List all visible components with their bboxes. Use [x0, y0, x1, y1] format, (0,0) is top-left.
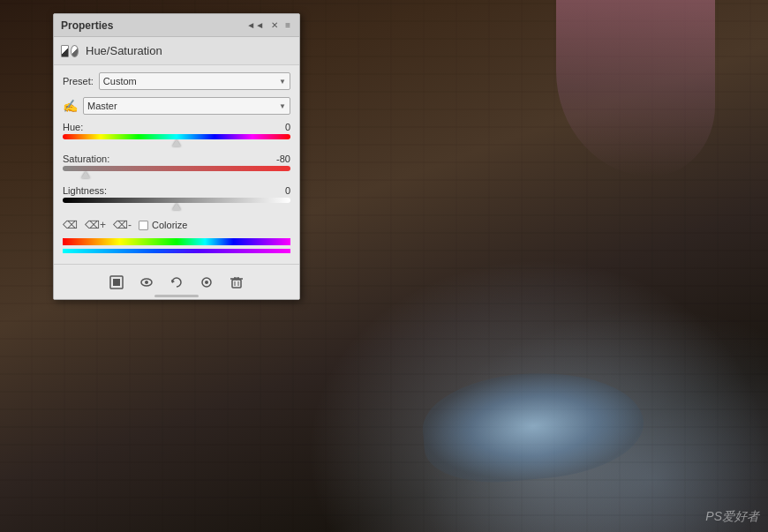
- adjustment-icons: [61, 44, 79, 58]
- preset-value: Custom: [103, 76, 137, 86]
- adjustment-header: Hue/Saturation: [54, 37, 299, 65]
- hue-value: 0: [285, 122, 290, 132]
- hue-thumb[interactable]: [172, 139, 181, 146]
- visibility-toggle-button[interactable]: [137, 273, 156, 292]
- lightness-thumb-container: [63, 203, 290, 212]
- figure-overlay: [556, 0, 715, 176]
- lightness-section: Lightness: 0: [63, 185, 290, 212]
- hue-section: Hue: 0: [63, 122, 290, 148]
- eyedropper-icon[interactable]: ⌫: [63, 219, 78, 231]
- spectrum-output-bar: [63, 249, 290, 253]
- reset-icon: [169, 275, 184, 289]
- channel-row: ✍ Master ▼: [63, 97, 290, 115]
- saturation-thumb-container: [63, 171, 290, 180]
- channel-value: Master: [87, 101, 117, 111]
- lightness-label: Lightness:: [63, 185, 107, 196]
- colorize-row: ⌫ ⌫+ ⌫- Colorize: [63, 219, 290, 231]
- spectrum-container: [63, 238, 290, 253]
- watermark: PS爱好者: [705, 509, 759, 525]
- panel-content: Preset: Custom ▼ ✍ Master ▼ Hue: 0: [54, 65, 299, 264]
- hand-tool-icon[interactable]: ✍: [63, 99, 78, 113]
- preset-dropdown-arrow: ▼: [279, 78, 286, 86]
- lightness-thumb[interactable]: [172, 203, 181, 210]
- collapse-button[interactable]: ◄◄: [245, 20, 266, 30]
- saturation-label: Saturation:: [63, 154, 109, 164]
- close-button[interactable]: ✕: [269, 20, 280, 30]
- colorize-label[interactable]: Colorize: [139, 220, 187, 230]
- add-mask-button[interactable]: [107, 273, 126, 292]
- channel-dropdown-arrow: ▼: [279, 102, 286, 110]
- colorize-checkbox[interactable]: [139, 221, 148, 230]
- panel-title: Properties: [61, 19, 113, 32]
- hue-header: Hue: 0: [63, 122, 290, 132]
- lightness-header: Lightness: 0: [63, 185, 290, 196]
- svg-point-3: [145, 281, 148, 284]
- circle-icon: [71, 45, 79, 57]
- panel-controls: ◄◄ ✕ ≡: [245, 20, 292, 30]
- svg-point-6: [205, 281, 208, 284]
- eyedropper-minus-icon[interactable]: ⌫-: [113, 219, 132, 231]
- mask-icon: [109, 275, 124, 289]
- panel-titlebar: Properties ◄◄ ✕ ≡: [54, 14, 299, 37]
- hue-thumb-container: [63, 139, 290, 148]
- hue-label: Hue:: [63, 122, 83, 132]
- view-button[interactable]: [197, 273, 216, 292]
- properties-panel: Properties ◄◄ ✕ ≡ Hue/Saturation Preset:…: [53, 13, 300, 300]
- trash-icon: [230, 275, 244, 289]
- puddle-reflection: [418, 363, 648, 488]
- saturation-value: -80: [276, 154, 290, 164]
- preset-row: Preset: Custom ▼: [63, 72, 290, 90]
- preset-dropdown[interactable]: Custom ▼: [99, 72, 290, 90]
- spectrum-rainbow-bar: [63, 238, 290, 245]
- eyedropper-plus-icon[interactable]: ⌫+: [85, 219, 106, 231]
- eye-visibility-icon: [139, 275, 154, 289]
- lightness-value: 0: [285, 185, 290, 196]
- colorize-text: Colorize: [152, 220, 187, 230]
- reset-button[interactable]: [167, 273, 186, 292]
- disk-icon: [61, 45, 69, 57]
- svg-rect-7: [232, 280, 241, 288]
- view-icon: [200, 275, 214, 289]
- saturation-header: Saturation: -80: [63, 154, 290, 164]
- svg-rect-1: [113, 279, 120, 286]
- adjustment-title: Hue/Saturation: [86, 44, 162, 57]
- panel-bottom-toolbar: [54, 264, 299, 299]
- scrollbar-hint: [154, 295, 199, 297]
- saturation-section: Saturation: -80: [63, 154, 290, 180]
- menu-button[interactable]: ≡: [283, 20, 292, 30]
- delete-button[interactable]: [227, 273, 246, 292]
- channel-dropdown[interactable]: Master ▼: [83, 97, 290, 115]
- preset-label: Preset:: [63, 76, 94, 86]
- saturation-thumb[interactable]: [81, 171, 90, 178]
